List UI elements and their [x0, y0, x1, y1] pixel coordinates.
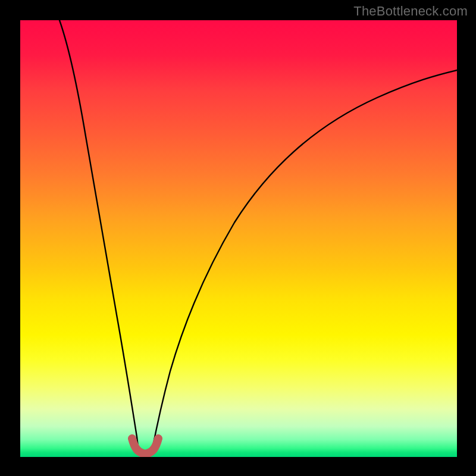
series-right-branch [152, 70, 457, 452]
series-left-branch [60, 20, 139, 452]
plot-area [20, 20, 457, 457]
curve-layer [20, 20, 457, 457]
chart-frame: TheBottleneck.com [0, 0, 476, 476]
watermark-text: TheBottleneck.com [353, 4, 468, 19]
series-valley-marker [132, 439, 158, 454]
